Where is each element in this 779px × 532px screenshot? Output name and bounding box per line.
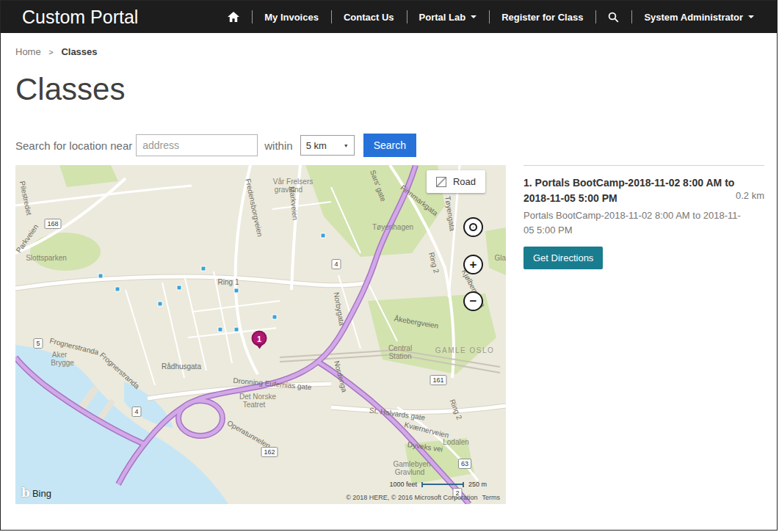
map-style-icon [436, 177, 446, 187]
scale-feet-label: 1000 feet [389, 481, 417, 488]
nav-user[interactable]: System Administrator [631, 1, 767, 33]
portal-page: Custom Portal My InvoicesContact UsPorta… [0, 0, 778, 531]
within-label: within [264, 139, 292, 152]
pin-number: 1 [257, 334, 261, 343]
nav-item-label: Register for Class [501, 12, 583, 23]
terms-link[interactable]: Terms [482, 494, 501, 501]
locate-icon [469, 223, 477, 231]
result-number: 1. [523, 177, 532, 189]
map-style-road-button[interactable]: Road [427, 170, 485, 193]
nav-item-label: Portal Lab [419, 12, 466, 23]
scale-line [421, 482, 464, 487]
nav-portal-lab[interactable]: Portal Lab [407, 1, 490, 33]
result-distance: 0.2 km [736, 190, 764, 201]
breadcrumb-current: Classes [61, 46, 97, 57]
breadcrumb: Home > Classes [1, 33, 777, 57]
zoom-out-button[interactable]: − [463, 291, 483, 311]
nav-home[interactable] [215, 1, 252, 33]
map-style-label: Road [453, 176, 476, 187]
nav-item-label: System Administrator [644, 12, 743, 23]
location-pin[interactable]: 1 [252, 331, 267, 346]
results-panel: 1. Portals BootCamp-2018-11-02 8:00 AM t… [523, 165, 764, 504]
result-description: Portals BootCamp-2018-11-02 8:00 AM to 2… [523, 208, 747, 237]
zoom-in-button[interactable]: + [463, 255, 483, 274]
bing-b-icon: b [21, 485, 30, 500]
caret-down-icon [471, 15, 477, 18]
nav-item-label: My Invoices [264, 12, 319, 23]
page-title: Classes [15, 73, 777, 106]
location-search-bar: Search for location near within 5 km ▼ S… [1, 134, 777, 157]
bing-logo[interactable]: b Bing [21, 485, 51, 500]
result-item: 1. Portals BootCamp-2018-11-02 8:00 AM t… [523, 175, 764, 269]
scale-meters-label: 250 m [468, 481, 487, 488]
breadcrumb-home-link[interactable]: Home [15, 46, 41, 57]
location-input[interactable] [136, 134, 258, 156]
nav-search[interactable] [595, 1, 631, 33]
nav-register-for-class[interactable]: Register for Class [489, 1, 595, 33]
nav-my-invoices[interactable]: My Invoices [252, 1, 331, 33]
distance-select[interactable]: 5 km ▼ [300, 135, 355, 156]
locate-me-button[interactable] [463, 217, 483, 237]
result-title-text: Portals BootCamp-2018-11-02 8:00 AM to 2… [523, 177, 734, 204]
copyright-text: © 2018 HERE, © 2016 Microsoft Corporatio… [346, 494, 477, 501]
caret-down-icon [748, 15, 754, 18]
search-button[interactable]: Search [363, 134, 416, 157]
search-icon [608, 12, 619, 23]
breadcrumb-separator: > [48, 48, 53, 57]
map-copyright: © 2018 HERE, © 2016 Microsoft Corporatio… [346, 494, 500, 501]
main-content: Vår FrelsersgravlundPilestredetParkveien… [1, 157, 777, 504]
caret-down-icon: ▼ [344, 143, 349, 148]
brand-title: Custom Portal [1, 7, 138, 28]
bing-logo-text: Bing [32, 488, 51, 499]
get-directions-button[interactable]: Get Directions [523, 247, 603, 269]
bing-map[interactable]: Vår FrelsersgravlundPilestredetParkveien… [15, 165, 506, 504]
map-scale: 1000 feet 250 m [389, 481, 487, 488]
search-near-label: Search for location near [15, 139, 132, 152]
result-title: 1. Portals BootCamp-2018-11-02 8:00 AM t… [523, 175, 740, 206]
navbar-menu: My InvoicesContact UsPortal LabRegister … [215, 1, 777, 33]
distance-selected-value: 5 km [306, 140, 327, 151]
top-navbar: Custom Portal My InvoicesContact UsPorta… [1, 1, 777, 33]
nav-item-label: Contact Us [344, 12, 394, 23]
home-icon [228, 12, 239, 22]
nav-contact-us[interactable]: Contact Us [331, 1, 407, 33]
